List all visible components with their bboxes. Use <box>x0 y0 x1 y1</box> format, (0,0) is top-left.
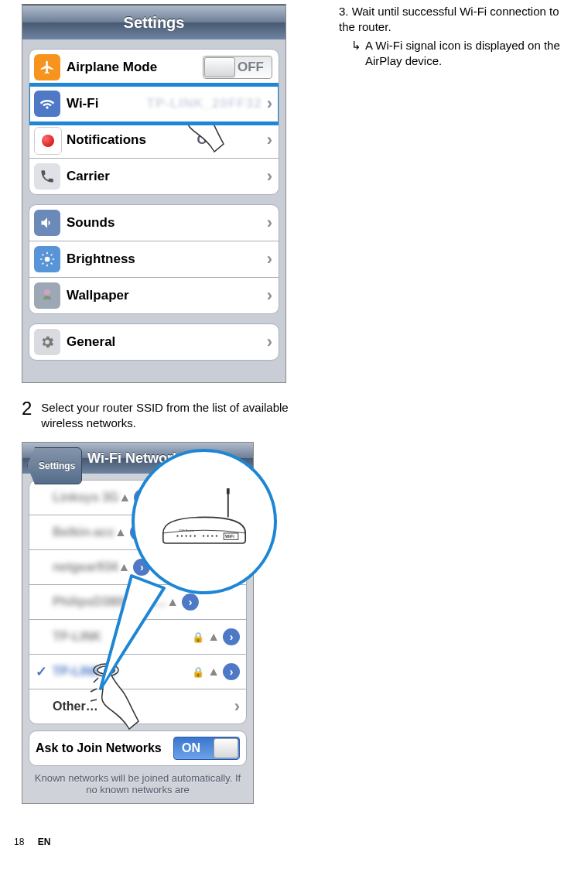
back-button[interactable]: Settings <box>27 447 82 484</box>
step-3-sub: ↳ A Wi-Fi signal icon is displayed on th… <box>365 38 566 69</box>
row-wallpaper-label: Wallpaper <box>67 288 129 303</box>
svg-text:WiFi: WiFi <box>225 534 234 539</box>
step-2-text: Select your router SSID from the list of… <box>41 401 288 429</box>
row-wallpaper[interactable]: Wallpaper › <box>29 278 279 313</box>
brightness-icon <box>34 246 60 272</box>
svg-point-16 <box>181 535 183 537</box>
ask-label: Ask to Join Networks <box>36 741 162 755</box>
step-3-text: 3. Wait until successful Wi-Fi connectio… <box>339 5 559 33</box>
svg-point-23 <box>216 535 217 537</box>
step-3-sub-text: A Wi-Fi signal icon is displayed on the … <box>365 39 560 67</box>
svg-point-18 <box>190 535 191 537</box>
ask-toggle[interactable]: ON <box>173 737 240 760</box>
row-wifi-value: TP-LINK_20FF32 <box>147 96 262 111</box>
page-number: 18 <box>14 836 24 847</box>
wallpaper-icon <box>34 282 60 309</box>
chevron-icon: › <box>267 166 272 186</box>
chevron-icon: › <box>267 213 272 233</box>
svg-point-0 <box>45 257 50 262</box>
row-general[interactable]: General › <box>29 324 279 360</box>
row-carrier-label: Carrier <box>67 169 110 184</box>
svg-line-7 <box>43 263 44 265</box>
row-brightness[interactable]: Brightness › <box>29 241 279 278</box>
row-airplane-label: Airplane Mode <box>67 60 157 75</box>
ask-to-join-row[interactable]: Ask to Join Networks ON <box>29 730 247 766</box>
router-callout: WiFi Router WiFi <box>132 449 277 594</box>
sounds-icon <box>34 210 60 236</box>
row-general-label: General <box>67 334 115 350</box>
chevron-icon: › <box>267 130 272 150</box>
row-wifi-label: Wi-Fi <box>67 96 98 111</box>
airplane-toggle[interactable]: OFF <box>203 56 272 79</box>
row-carrier[interactable]: Carrier › <box>29 159 279 194</box>
row-notifications-label: Notifications <box>67 132 146 148</box>
svg-point-19 <box>194 535 196 537</box>
airplane-icon <box>34 54 60 80</box>
svg-point-20 <box>203 535 204 537</box>
router-icon: WiFi Router WiFi <box>150 483 258 560</box>
row-airplane[interactable]: Airplane Mode OFF <box>29 50 279 86</box>
page-lang: EN <box>38 836 51 847</box>
row-notifications-value: Off <box>197 132 217 148</box>
svg-point-22 <box>211 535 213 537</box>
chevron-icon: › <box>267 332 272 352</box>
settings-title: Settings <box>22 5 285 39</box>
svg-text:WiFi Router: WiFi Router <box>179 529 194 532</box>
arrow-icon: ↳ <box>351 38 361 53</box>
svg-point-15 <box>176 535 178 537</box>
chevron-icon: › <box>267 94 272 114</box>
svg-point-17 <box>186 535 187 537</box>
step-2-number: 2 <box>22 400 32 417</box>
wifi-icon <box>34 91 60 117</box>
row-notifications[interactable]: Notifications Off › <box>29 122 279 159</box>
general-icon <box>34 329 60 355</box>
svg-line-6 <box>51 263 53 265</box>
svg-line-5 <box>43 255 44 256</box>
footer: 18 EN <box>14 836 50 847</box>
chevron-icon: › <box>267 249 272 269</box>
svg-point-21 <box>207 535 209 537</box>
row-sounds-label: Sounds <box>67 215 115 231</box>
svg-rect-14 <box>227 488 230 494</box>
notifications-icon <box>34 127 62 155</box>
step-2: 2 Select your router SSID from the list … <box>22 400 300 431</box>
step-3: 3. Wait until successful Wi-Fi connectio… <box>339 4 566 35</box>
settings-screenshot: Settings Airplane Mode OFF Wi-Fi TP-LINK… <box>22 4 286 383</box>
known-networks-text: Known networks will be joined automatica… <box>33 772 242 795</box>
row-wifi[interactable]: Wi-Fi TP-LINK_20FF32 › <box>29 86 279 122</box>
row-brightness-label: Brightness <box>67 251 135 267</box>
row-sounds[interactable]: Sounds › <box>29 205 279 241</box>
chevron-icon: › <box>267 286 272 306</box>
svg-line-8 <box>51 255 53 256</box>
carrier-icon <box>34 163 60 190</box>
